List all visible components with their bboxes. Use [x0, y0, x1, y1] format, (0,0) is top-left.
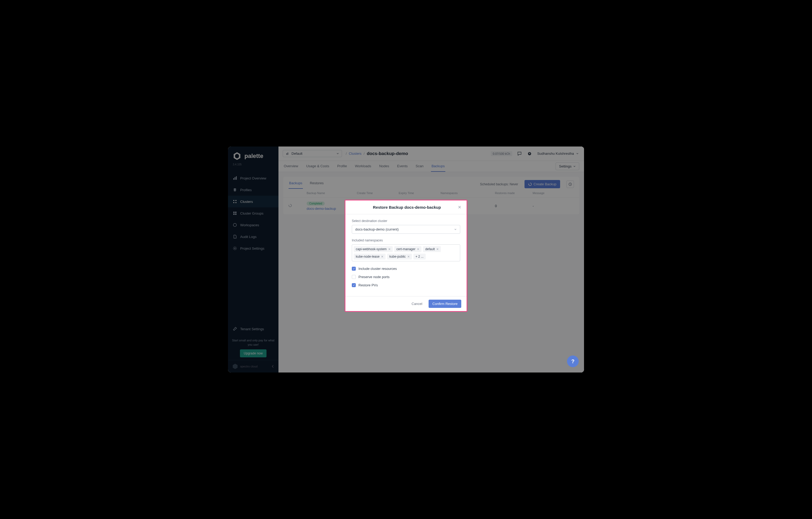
include-resources-checkbox[interactable]: ✓: [352, 267, 356, 271]
preserve-ports-row[interactable]: Preserve node ports: [352, 275, 460, 279]
cancel-button[interactable]: Cancel: [408, 300, 426, 308]
include-resources-row[interactable]: ✓ Include cluster resources: [352, 267, 460, 271]
restore-pvs-row[interactable]: ✓ Restore PVs: [352, 283, 460, 287]
ns-tag: capi-webhook-system✕: [354, 246, 393, 252]
destination-label: Select destination cluster: [352, 219, 460, 223]
include-resources-label: Include cluster resources: [358, 267, 397, 271]
remove-tag-icon[interactable]: ✕: [407, 255, 410, 258]
ns-tag: default✕: [423, 246, 441, 252]
app-window: palette 3.4.105 Project Overview Profile…: [228, 146, 584, 373]
restore-pvs-checkbox[interactable]: ✓: [352, 283, 356, 287]
namespace-tags[interactable]: capi-webhook-system✕ cert-manager✕ defau…: [352, 244, 460, 262]
question-icon: ?: [571, 358, 575, 364]
chevron-down-icon: [454, 228, 457, 231]
preserve-ports-label: Preserve node ports: [358, 275, 389, 279]
ns-tag-more[interactable]: + 2 ...: [413, 254, 426, 260]
remove-tag-icon[interactable]: ✕: [417, 248, 419, 251]
restore-pvs-label: Restore PVs: [358, 283, 378, 287]
restore-modal: Restore Backup docs-demo-backup ✕ Select…: [345, 200, 467, 312]
namespaces-label: Included namespaces: [352, 239, 460, 242]
remove-tag-icon[interactable]: ✕: [436, 248, 439, 251]
ns-tag: kube-node-lease✕: [354, 254, 385, 260]
modal-header: Restore Backup docs-demo-backup ✕: [345, 200, 467, 214]
remove-tag-icon[interactable]: ✕: [388, 248, 390, 251]
preserve-ports-checkbox[interactable]: [352, 275, 356, 279]
modal-overlay[interactable]: Restore Backup docs-demo-backup ✕ Select…: [228, 146, 584, 373]
ns-tag: kube-public✕: [387, 254, 412, 260]
ns-tag: cert-manager✕: [394, 246, 422, 252]
close-icon: ✕: [458, 205, 461, 210]
destination-select[interactable]: docs-backup-demo (current): [352, 225, 460, 234]
help-button[interactable]: ?: [567, 355, 579, 367]
close-button[interactable]: ✕: [458, 205, 461, 210]
destination-value: docs-backup-demo (current): [355, 227, 399, 231]
remove-tag-icon[interactable]: ✕: [381, 255, 383, 258]
modal-body: Select destination cluster docs-backup-d…: [345, 214, 467, 296]
modal-title: Restore Backup docs-demo-backup: [356, 205, 458, 210]
confirm-restore-button[interactable]: Confirm Restore: [429, 300, 461, 308]
modal-footer: Cancel Confirm Restore: [345, 296, 467, 311]
